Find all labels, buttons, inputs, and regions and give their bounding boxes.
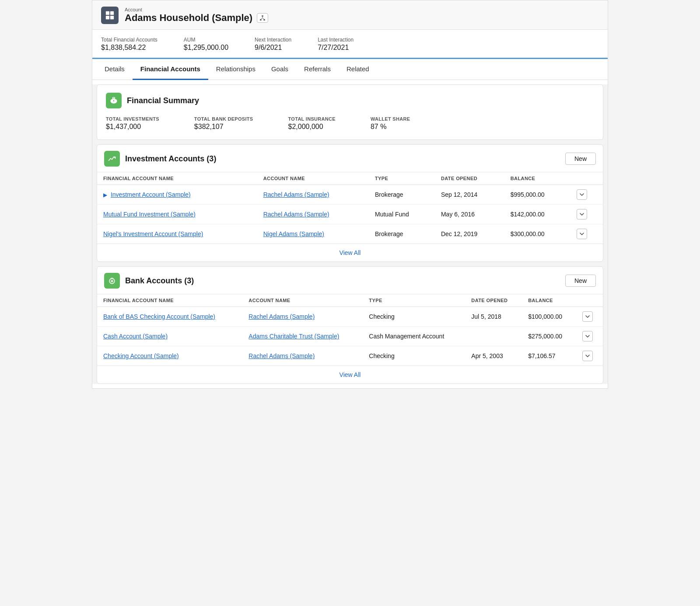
inv-balance-cell: $300,000.00 (504, 224, 570, 244)
tabs-bar: Details Financial Accounts Relationships… (92, 59, 608, 80)
account-name-row: Adams Household (Sample) (125, 12, 268, 24)
inv-col-type: TYPE (369, 172, 435, 185)
expand-btn[interactable]: ▶ (103, 192, 107, 198)
svg-rect-5 (260, 19, 262, 21)
bank-account-name-cell: Adams Charitable Trust (Sample) (242, 327, 363, 346)
inv-col-account-name: ACCOUNT NAME (257, 172, 369, 185)
investment-accounts-left: Investment Accounts (3) (104, 151, 216, 167)
tab-relationships[interactable]: Relationships (208, 59, 263, 80)
money-bag-icon (109, 96, 118, 105)
bank-view-all-link[interactable]: View All (340, 371, 361, 378)
investment-accounts-new-button[interactable]: New (565, 153, 596, 165)
investment-view-all-link[interactable]: View All (340, 249, 361, 256)
svg-line-8 (261, 18, 262, 19)
bank-balance-cell: $100,000.00 (522, 307, 576, 327)
investment-accounts-thead: FINANCIAL ACCOUNT NAME ACCOUNT NAME TYPE… (97, 172, 603, 185)
stat-next-interaction: Next Interaction 9/6/2021 (255, 37, 291, 52)
chevron-down-icon (579, 212, 584, 217)
inv-financial-account-link[interactable]: Mutual Fund Investment (Sample) (103, 211, 196, 218)
bank-accounts-table: FINANCIAL ACCOUNT NAME ACCOUNT NAME TYPE… (97, 294, 603, 366)
chevron-down-icon (585, 334, 590, 339)
inv-financial-account-name-cell: Mutual Fund Investment (Sample) (97, 205, 257, 224)
bank-col-type: TYPE (363, 294, 465, 307)
bank-col-account-name: ACCOUNT NAME (242, 294, 363, 307)
tab-financial-accounts[interactable]: Financial Accounts (133, 59, 208, 80)
bank-balance-cell: $275,000.00 (522, 327, 576, 346)
tab-referrals[interactable]: Referrals (296, 59, 339, 80)
svg-rect-2 (106, 16, 109, 19)
bank-row-dropdown-button[interactable] (582, 311, 593, 322)
summary-stat-label: TOTAL INVESTMENTS (106, 116, 159, 122)
table-row: Cash Account (Sample) Adams Charitable T… (97, 327, 603, 346)
financial-summary-title: Financial Summary (127, 96, 199, 105)
inv-col-financial-account-name: FINANCIAL ACCOUNT NAME (97, 172, 257, 185)
chevron-down-icon (579, 192, 584, 197)
tab-related[interactable]: Related (339, 59, 377, 80)
bank-financial-account-link[interactable]: Cash Account (Sample) (103, 333, 168, 340)
financial-summary-section: Financial Summary TOTAL INVESTMENTS$1,43… (97, 84, 603, 140)
inv-row-dropdown-button[interactable] (577, 229, 587, 239)
investment-accounts-section: Investment Accounts (3) New FINANCIAL AC… (97, 144, 603, 262)
bank-row-dropdown-button[interactable] (582, 331, 593, 341)
bank-financial-account-link[interactable]: Bank of BAS Checking Account (Sample) (103, 313, 215, 320)
bank-date-opened-cell (465, 327, 522, 346)
inv-dropdown-cell (570, 205, 603, 224)
bank-accounts-header: Bank Accounts (3) New (97, 267, 603, 294)
stat-aum: AUM $1,295,000.00 (184, 37, 228, 52)
bank-accounts-left: Bank Accounts (3) (104, 273, 194, 289)
inv-col-balance: BALANCE (504, 172, 570, 185)
chevron-down-icon (579, 231, 584, 237)
inv-financial-account-link[interactable]: Nigel's Investment Account (Sample) (103, 230, 203, 237)
inv-account-name-link[interactable]: Nigel Adams (Sample) (263, 230, 324, 237)
bank-accounts-tbody: Bank of BAS Checking Account (Sample) Ra… (97, 307, 603, 366)
account-title-block: Account Adams Household (Sample) (125, 7, 268, 24)
inv-account-name-link[interactable]: Rachel Adams (Sample) (263, 191, 329, 198)
inv-financial-account-link[interactable]: Investment Account (Sample) (111, 191, 191, 198)
inv-type-cell: Brokerage (369, 185, 435, 205)
account-grid-icon (105, 10, 115, 20)
inv-account-name-cell: Rachel Adams (Sample) (257, 205, 369, 224)
summary-stat-label: TOTAL BANK DEPOSITS (194, 116, 253, 122)
chevron-down-icon (585, 353, 590, 359)
tab-goals[interactable]: Goals (263, 59, 296, 80)
bank-accounts-new-button[interactable]: New (565, 275, 596, 287)
investment-accounts-tbody: ▶ Investment Account (Sample) Rachel Ada… (97, 185, 603, 244)
bank-view-all-row: View All (97, 366, 603, 383)
table-row: ▶ Investment Account (Sample) Rachel Ada… (97, 185, 603, 205)
bank-account-name-link[interactable]: Rachel Adams (Sample) (248, 313, 315, 320)
financial-summary-header: Financial Summary (106, 93, 594, 108)
summary-stat-label: WALLET SHARE (371, 116, 410, 122)
tab-details[interactable]: Details (97, 59, 133, 80)
stat-next-value: 9/6/2021 (255, 44, 291, 52)
bank-financial-account-link[interactable]: Checking Account (Sample) (103, 352, 179, 359)
bank-col-date-opened: DATE OPENED (465, 294, 522, 307)
inv-balance-cell: $142,000.00 (504, 205, 570, 224)
bank-date-opened-cell: Jul 5, 2018 (465, 307, 522, 327)
inv-type-cell: Mutual Fund (369, 205, 435, 224)
inv-col-actions (570, 172, 603, 185)
stat-last-label: Last Interaction (318, 37, 354, 43)
bank-type-cell: Checking (363, 307, 465, 327)
table-row: Nigel's Investment Account (Sample) Nige… (97, 224, 603, 244)
content-area: Financial Summary TOTAL INVESTMENTS$1,43… (92, 84, 608, 384)
stat-next-label: Next Interaction (255, 37, 291, 43)
inv-account-name-link[interactable]: Rachel Adams (Sample) (263, 211, 329, 218)
svg-rect-0 (106, 11, 109, 15)
hierarchy-button[interactable] (257, 13, 268, 23)
bank-accounts-thead: FINANCIAL ACCOUNT NAME ACCOUNT NAME TYPE… (97, 294, 603, 307)
bank-accounts-section: Bank Accounts (3) New FINANCIAL ACCOUNT … (97, 266, 603, 384)
inv-row-dropdown-button[interactable] (577, 209, 587, 219)
stat-aum-value: $1,295,000.00 (184, 44, 228, 52)
bank-dropdown-cell (576, 346, 603, 366)
summary-stat-value: $2,000,000 (288, 123, 336, 131)
bank-account-name-link[interactable]: Adams Charitable Trust (Sample) (248, 333, 339, 340)
stat-total-financial-accounts: Total Financial Accounts $1,838,584.22 (101, 37, 158, 52)
inv-date-opened-cell: Sep 12, 2014 (435, 185, 504, 205)
inv-row-dropdown-button[interactable] (577, 189, 587, 200)
summary-stat-item: TOTAL BANK DEPOSITS$382,107 (194, 116, 253, 131)
bank-account-name-link[interactable]: Rachel Adams (Sample) (248, 352, 315, 359)
bank-col-financial-account-name: FINANCIAL ACCOUNT NAME (97, 294, 242, 307)
investment-accounts-header-row: FINANCIAL ACCOUNT NAME ACCOUNT NAME TYPE… (97, 172, 603, 185)
stat-total-fa-label: Total Financial Accounts (101, 37, 158, 43)
bank-row-dropdown-button[interactable] (582, 351, 593, 361)
